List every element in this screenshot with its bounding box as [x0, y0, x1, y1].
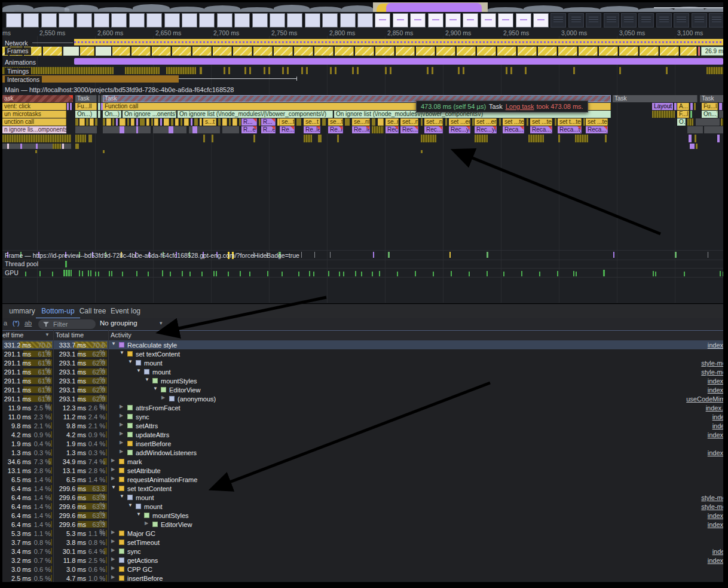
frame-block[interactable] [396, 47, 415, 56]
frame-block[interactable] [436, 47, 455, 56]
frame-block[interactable] [355, 47, 374, 56]
match-whole-word-icon[interactable]: ab [25, 319, 32, 327]
flame-block[interactable] [112, 118, 114, 126]
filmstrip-thumbnail[interactable] [621, 13, 637, 28]
source-link[interactable]: index. [712, 548, 723, 555]
gpu-track[interactable]: GPU [2, 269, 723, 278]
filmstrip-thumbnail[interactable] [692, 13, 707, 28]
filmstrip-thumbnail[interactable] [322, 13, 338, 28]
activity-name[interactable]: set textContent [136, 351, 180, 358]
table-row[interactable]: 1.9 ms0.4 %1.9 ms0.4 %▶insertBefore [2, 439, 723, 448]
frame-block[interactable] [518, 47, 537, 56]
frame-block[interactable] [640, 47, 659, 56]
track-label-timings[interactable]: Timings [5, 68, 31, 75]
filmstrip-thumbnail[interactable] [533, 13, 549, 28]
source-link[interactable]: index. [712, 413, 723, 421]
table-row[interactable]: 6.4 ms1.4 %299.6 ms63.3 %▶EditorViewinde… [2, 520, 723, 529]
flame-block[interactable] [212, 135, 213, 142]
flame-block[interactable] [499, 118, 501, 126]
frame-block[interactable] [131, 47, 151, 56]
frame-block[interactable] [80, 47, 94, 56]
table-row[interactable]: 11.9 ms2.5 %12.3 ms2.6 %▶attrsFromFaceti… [2, 403, 723, 412]
frame-track-label[interactable]: Frame — https://id-preview--bd53fd9d-728… [5, 252, 299, 259]
flame-block[interactable]: A... [677, 103, 689, 110]
flame-block[interactable] [146, 118, 149, 126]
flame-block[interactable] [116, 118, 118, 126]
flame-block[interactable] [70, 103, 72, 110]
flame-block[interactable] [378, 118, 384, 126]
network-track-bar[interactable] [74, 39, 723, 45]
column-header-total-time[interactable]: Total time [56, 331, 84, 339]
flame-block[interactable] [62, 144, 64, 149]
track-label-network[interactable]: Network [5, 39, 28, 47]
filter-box[interactable] [38, 319, 96, 329]
expand-arrow-icon[interactable]: ▶ [111, 547, 115, 553]
flame-block[interactable] [704, 126, 723, 133]
filmstrip-thumbnail[interactable] [252, 13, 268, 28]
filmstrip-thumbnail[interactable] [586, 13, 601, 28]
flame-block[interactable]: ask [2, 95, 73, 102]
flame-block[interactable]: set...nt [424, 118, 443, 126]
flame-block[interactable]: Rec...le [400, 126, 418, 133]
table-row[interactable]: 6.5 ms1.4 %6.5 ms1.4 %▶requestAnimationF… [2, 475, 723, 484]
filmstrip-thumbnail[interactable] [94, 13, 109, 28]
source-link[interactable]: style-mod [701, 359, 723, 367]
collapse-arrow-icon[interactable]: ▼ [145, 377, 149, 382]
tab-ummary[interactable]: ummary [4, 304, 41, 318]
table-row[interactable]: 4.2 ms0.9 %4.2 ms0.9 %▶updateAttrsindex.… [2, 430, 723, 439]
collapse-arrow-icon[interactable]: ▼ [111, 341, 116, 346]
activity-name[interactable]: mountStyles [152, 512, 189, 519]
frame-block[interactable] [477, 47, 496, 56]
filmstrip-thumbnail[interactable] [77, 13, 92, 28]
flame-block[interactable] [98, 111, 100, 118]
flame-block[interactable] [75, 126, 97, 133]
frame-block[interactable] [152, 47, 171, 56]
chevron-down-icon[interactable]: ▾ [160, 320, 163, 326]
frame-block[interactable] [112, 47, 130, 56]
source-link[interactable]: index. [712, 422, 723, 429]
flame-block[interactable] [20, 144, 22, 149]
frame-block[interactable] [335, 47, 354, 56]
flame-block[interactable]: On...) [702, 111, 718, 118]
flame-block[interactable]: un microtasks [2, 111, 66, 118]
expand-arrow-icon[interactable]: ▶ [111, 556, 115, 562]
flame-block[interactable]: vent: click [2, 103, 66, 110]
filmstrip-thumbnail[interactable] [656, 13, 672, 28]
activity-name[interactable]: Major GC [127, 530, 155, 537]
expand-arrow-icon[interactable]: ▶ [111, 458, 115, 463]
frame-block[interactable] [96, 47, 111, 56]
filmstrip-thumbnail[interactable] [146, 13, 162, 28]
filmstrip-thumbnail[interactable] [516, 13, 531, 28]
flame-block[interactable] [696, 118, 720, 126]
flame-block[interactable] [200, 118, 202, 126]
table-row[interactable]: 291.1 ms61.6 %293.1 ms62.0 %▼set textCon… [2, 349, 723, 358]
flame-block[interactable] [239, 118, 241, 126]
expand-arrow-icon[interactable]: ▶ [120, 404, 123, 409]
flame-block[interactable] [103, 126, 151, 133]
flame-block[interactable] [140, 118, 145, 126]
filmstrip-thumbnail[interactable] [111, 13, 127, 28]
expand-arrow-icon[interactable]: ▶ [120, 413, 123, 418]
flame-block[interactable] [372, 118, 375, 126]
activity-name[interactable]: mount [152, 368, 171, 376]
activity-name[interactable]: setAttribute [127, 467, 161, 474]
flame-block[interactable] [695, 135, 696, 142]
activity-name[interactable]: insertBefore [136, 440, 171, 447]
grouping-dropdown[interactable]: No grouping [100, 319, 137, 327]
filmstrip-thumbnail[interactable] [59, 13, 74, 28]
flame-block[interactable] [421, 135, 436, 142]
table-row[interactable]: 1.3 ms0.3 %1.3 ms0.3 %▶addWindowListener… [2, 448, 723, 457]
flame-block[interactable] [337, 135, 339, 142]
flame-block[interactable]: Task [75, 95, 97, 102]
flame-block[interactable] [86, 118, 88, 126]
activity-name[interactable]: mount [136, 494, 154, 501]
flame-block[interactable] [75, 135, 86, 142]
flame-block[interactable] [90, 118, 94, 126]
table-row[interactable]: 6.4 ms1.4 %299.6 ms63.3 %▼mountStylesind… [2, 511, 723, 520]
filmstrip-thumbnail[interactable] [604, 13, 619, 28]
expand-arrow-icon[interactable]: ▶ [111, 538, 115, 544]
tab-event-log[interactable]: Event log [105, 304, 146, 318]
filmstrip-thumbnail[interactable] [305, 13, 320, 28]
flame-block[interactable]: se...t [280, 118, 295, 126]
flame-block[interactable] [103, 150, 105, 153]
